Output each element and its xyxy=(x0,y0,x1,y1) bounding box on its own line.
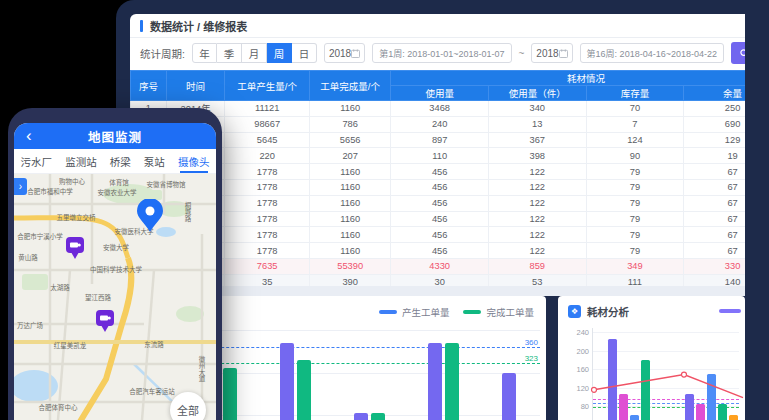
table-row[interactable]: 22015年98667786240137690 xyxy=(131,116,746,132)
table-cell: 13 xyxy=(488,116,586,132)
table-cell: 897 xyxy=(391,132,489,148)
legend-marker xyxy=(719,309,741,313)
end-year-select[interactable]: 2018 xyxy=(531,43,572,63)
table-row[interactable]: 10第5周177811604561227967 xyxy=(131,243,746,259)
map-all-button[interactable]: 全部 xyxy=(170,392,206,420)
table-cell: 1778 xyxy=(225,179,310,195)
dashboard-panel: 数据统计 / 维修报表 统计周期: 年季月周日 2018 第1周: 2018-0… xyxy=(130,14,745,286)
table-cell: 67 xyxy=(684,164,745,180)
table-cell: 67 xyxy=(684,179,745,195)
average-cell: 390 xyxy=(309,274,390,286)
start-week-input[interactable]: 第1周: 2018-01-01~2018-01-07 xyxy=(372,43,511,63)
consumable-chart-title: 耗材分析 xyxy=(587,304,629,319)
location-pin-icon[interactable] xyxy=(135,199,165,237)
camera-pin-icon[interactable] xyxy=(65,236,85,264)
total-cell: 4330 xyxy=(391,258,489,274)
table-cell: 110 xyxy=(391,148,489,164)
period-option-日[interactable]: 日 xyxy=(292,43,317,63)
map-label: 合肥体育中心 xyxy=(39,402,78,412)
table-cell: 79 xyxy=(586,179,684,195)
table-row[interactable]: 6第1周177811604561227967 xyxy=(131,179,746,195)
end-week-input[interactable]: 第16周: 2018-04-16~2018-04-22 xyxy=(580,43,724,63)
phone-tab-泵站[interactable]: 泵站 xyxy=(144,149,165,173)
table-row[interactable]: 42017年2202071103989019 xyxy=(131,148,746,164)
column-header: 工单完成量/个 xyxy=(309,71,390,101)
table-row[interactable]: 52018年177811604561227967 xyxy=(131,164,746,180)
camera-pin-icon[interactable] xyxy=(95,309,115,337)
reference-label: 360 xyxy=(525,338,538,347)
map-expand-button[interactable]: › xyxy=(14,178,27,195)
map-view[interactable]: › 全部 购物中心体育馆合肥市福和中学安徽农业大学安徽省博物馆桐城路五里墩立交桥… xyxy=(14,174,216,420)
phone-mockup: ‹ 地图监测 污水厂监测站桥梁泵站摄像头 xyxy=(8,108,222,420)
table-row[interactable]: 32016年56455656897367124129 xyxy=(131,132,746,148)
map-label: 五里墩立交桥 xyxy=(57,212,96,222)
legend-marker xyxy=(379,310,397,314)
table-row[interactable]: 7第2周177811604561227967 xyxy=(131,195,746,211)
table-cell: 1778 xyxy=(225,164,310,180)
phone-tab-摄像头[interactable]: 摄像头 xyxy=(178,149,210,173)
period-option-季[interactable]: 季 xyxy=(217,43,242,63)
table-row[interactable]: 12014年111211160346834070250 xyxy=(131,101,746,117)
table-cell: 79 xyxy=(586,195,684,211)
table-cell: 67 xyxy=(684,195,745,211)
calendar-icon xyxy=(559,49,568,58)
search-icon xyxy=(740,49,745,58)
total-cell: 349 xyxy=(586,258,684,274)
table-cell: 98667 xyxy=(225,116,310,132)
bar-produced xyxy=(280,343,294,420)
phone-tab-监测站[interactable]: 监测站 xyxy=(65,149,97,173)
table-cell: 79 xyxy=(586,227,684,243)
map-label: 安徽省博物馆 xyxy=(147,179,186,189)
table-cell: 3468 xyxy=(391,101,489,117)
map-label: 黄山路 xyxy=(18,252,38,262)
bar-completed xyxy=(223,368,237,420)
map-label: 万达广场 xyxy=(17,320,43,330)
y-axis-tick: 240 xyxy=(565,328,589,337)
table-row[interactable]: 8第3周177811604561227967 xyxy=(131,211,746,227)
map-label: 购物中心 xyxy=(59,176,85,186)
y-axis-tick: 80 xyxy=(565,402,589,411)
end-year-value: 2018 xyxy=(536,48,558,59)
consumable-chart-plot: 2402001601208040 xyxy=(592,328,739,420)
table-row[interactable]: 9第4周177811604561227967 xyxy=(131,227,746,243)
table-cell: 456 xyxy=(391,227,489,243)
phone-tab-bar: 污水厂监测站桥梁泵站摄像头 xyxy=(14,149,216,174)
y-axis-tick: 200 xyxy=(565,347,589,356)
phone-app-header: ‹ 地图监测 xyxy=(14,123,216,149)
report-table: 序号时间工单产生量/个工单完成量/个耗材情况使用量使用量（件）库存量余量 120… xyxy=(130,70,745,286)
table-cell: 1160 xyxy=(309,164,390,180)
total-cell: 330 xyxy=(684,258,745,274)
table-cell: 690 xyxy=(684,116,745,132)
phone-tab-桥梁[interactable]: 桥梁 xyxy=(110,149,131,173)
start-year-value: 2018 xyxy=(329,48,351,59)
table-cell: 79 xyxy=(586,164,684,180)
table-cell: 1778 xyxy=(225,227,310,243)
total-row: 合计7635553904330859349330 xyxy=(131,258,746,274)
period-option-年[interactable]: 年 xyxy=(192,43,217,63)
section-gap xyxy=(130,286,745,296)
table-cell: 1778 xyxy=(225,243,310,259)
table-cell: 1160 xyxy=(309,227,390,243)
breadcrumb: 数据统计 / 维修报表 xyxy=(150,18,247,34)
calendar-icon xyxy=(351,49,360,58)
table-cell: 79 xyxy=(586,243,684,259)
legend-marker xyxy=(463,310,481,314)
query-button[interactable]: 查询 xyxy=(731,42,745,64)
table-cell: 1160 xyxy=(309,101,390,117)
table-cell: 340 xyxy=(488,101,586,117)
phone-tab-污水厂[interactable]: 污水厂 xyxy=(21,149,53,173)
title-accent-bar xyxy=(140,20,143,32)
sub-column-header: 库存量 xyxy=(586,86,684,101)
table-cell: 1160 xyxy=(309,179,390,195)
map-label: 安徽农业大学 xyxy=(98,187,137,197)
start-year-select[interactable]: 2018 xyxy=(324,43,365,63)
period-option-周[interactable]: 周 xyxy=(267,43,292,63)
period-option-月[interactable]: 月 xyxy=(242,43,267,63)
bar-completed xyxy=(371,413,385,420)
map-label: 安徽大学 xyxy=(103,242,129,252)
bar-produced xyxy=(428,343,442,420)
table-cell: 70 xyxy=(586,101,684,117)
column-header: 时间 xyxy=(166,71,225,101)
legend-item: 产生工单量 xyxy=(379,305,450,319)
back-icon[interactable]: ‹ xyxy=(26,124,32,148)
